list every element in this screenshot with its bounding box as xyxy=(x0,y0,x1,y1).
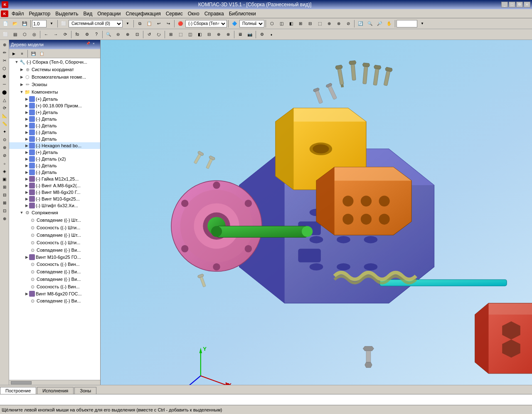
maximize-button[interactable]: □ xyxy=(509,2,515,7)
tb2-view3[interactable]: ◫ xyxy=(185,30,195,39)
tab-execution[interactable]: Исполнения xyxy=(37,387,74,394)
tb2-btn5[interactable]: ← xyxy=(42,30,51,39)
command-input[interactable] xyxy=(2,397,530,402)
copy-btn[interactable]: ⧉ xyxy=(135,19,144,28)
lv-btn21[interactable]: ⊠ xyxy=(1,199,8,206)
tree-expand-pin[interactable]: ▶ xyxy=(24,203,29,208)
tree-scroll-thumb[interactable] xyxy=(11,381,32,384)
lv-btn17[interactable]: ◈ xyxy=(1,167,8,175)
scale-btn[interactable]: ▼ xyxy=(47,19,56,28)
tb2-rotate[interactable]: ↺ xyxy=(145,30,154,39)
lv-btn10[interactable]: 📐 xyxy=(1,112,8,119)
tb2-zoom-in[interactable]: ⊕ xyxy=(123,30,132,39)
tb2-btn8[interactable]: fo xyxy=(73,30,82,39)
lv-btn18[interactable]: ▣ xyxy=(1,175,8,183)
tree-item-con-bolt[interactable]: ▶ Винт М10-6gx25 ГО... xyxy=(9,254,100,260)
tree-expand-c11[interactable]: ▶ xyxy=(24,170,29,175)
save-btn[interactable]: 💾 xyxy=(20,19,29,28)
layer-arrow[interactable]: ▼ xyxy=(123,19,132,28)
layer-dropdown[interactable]: Системный слой (0) xyxy=(69,20,123,27)
menu-spec[interactable]: Спецификация xyxy=(123,10,163,17)
tree-item-pin[interactable]: ▶ (-) Штифт 6x32.Хи... xyxy=(9,202,100,209)
tree-expand-c5[interactable]: ▶ xyxy=(24,123,29,128)
paste-btn[interactable]: 📋 xyxy=(145,19,154,28)
tree-tb-btn3[interactable]: 💾 xyxy=(30,50,37,57)
tab-zones[interactable]: Зоны xyxy=(74,387,96,394)
tb2-settings[interactable]: ⚙ xyxy=(257,30,266,39)
tree-expand-c8[interactable]: ▶ xyxy=(24,150,29,155)
tree-expand-c7[interactable]: ▶ xyxy=(24,136,29,141)
tree-item-coords[interactable]: ▶ ⊕ Системы координат xyxy=(9,66,100,73)
tree-item-aux[interactable]: ▶ ⬡ Вспомогательная геоме... xyxy=(9,73,100,81)
component-dropdown[interactable]: (-) Сборка (Тел-0, xyxy=(185,20,227,27)
tree-expand-c6[interactable]: ▶ xyxy=(24,130,29,135)
tree-item-con1[interactable]: ⊙ Совпадение ((-) Шт... xyxy=(9,216,100,224)
tb2-view5[interactable]: ⊟ xyxy=(204,30,214,39)
menu-view[interactable]: Вид xyxy=(81,10,95,17)
tb2-screen2[interactable]: 📷 xyxy=(245,30,254,39)
lv-btn20[interactable]: ⊟ xyxy=(1,191,8,198)
tree-expand-c4[interactable]: ▶ xyxy=(24,117,29,121)
tree-expand-bolt2[interactable]: ▶ xyxy=(24,190,29,195)
tb2-zoom-out[interactable]: ⊖ xyxy=(113,30,123,39)
tb2-btn3[interactable]: ⬡ xyxy=(20,30,29,39)
tb2-btn6[interactable]: → xyxy=(51,30,60,39)
tree-expand-bolt3[interactable]: ▶ xyxy=(24,196,29,201)
tree-item-bolt2[interactable]: ▶ (-) Винт М8-6gx20 Г... xyxy=(9,189,100,196)
zoom-arrow[interactable]: ▼ xyxy=(418,19,427,28)
tb2-btn9[interactable]: ⚙ xyxy=(82,30,91,39)
lv-btn6[interactable]: ─ xyxy=(1,80,8,88)
tb2-zoom-fit[interactable]: ⊡ xyxy=(133,30,142,39)
menu-edit[interactable]: Редактор xyxy=(27,10,53,17)
tree-item-con9[interactable]: ⊙ Соосность ((-) Вин... xyxy=(9,283,100,290)
tb2-view1[interactable]: ⊞ xyxy=(166,30,175,39)
zoom-in-btn[interactable]: 🔍 xyxy=(365,19,374,28)
tree-item-c1[interactable]: ▶ (+) Деталь xyxy=(9,96,100,102)
tree-item-c4[interactable]: ▶ (-) Деталь xyxy=(9,116,100,122)
tb2-btn2[interactable]: ▤ xyxy=(10,30,20,39)
tree-item-con6[interactable]: ⊙ Соосность ((-) Вин... xyxy=(9,260,100,268)
minimize-button[interactable]: _ xyxy=(501,2,508,7)
tb2-view2[interactable]: ⬚ xyxy=(176,30,185,39)
command-bar[interactable] xyxy=(0,394,532,405)
scale-input[interactable] xyxy=(32,20,47,27)
lv-btn23[interactable]: ⊕ xyxy=(1,215,8,222)
tree-expand-constraints[interactable]: ▼ xyxy=(19,210,24,215)
tree-expand-c3[interactable]: ▶ xyxy=(24,110,29,115)
tree-item-c9[interactable]: ▶ (-) Деталь (x2) xyxy=(9,156,100,162)
tree-item-con10[interactable]: ⊙ Совпадение ((-) Ви... xyxy=(9,297,100,305)
tree-close-btn[interactable]: × xyxy=(93,42,99,47)
menu-help[interactable]: Справка xyxy=(202,10,227,17)
lv-btn15[interactable]: ⊘ xyxy=(1,151,8,159)
tree-expand-bolt1[interactable]: ▶ xyxy=(24,183,29,188)
tree-tb-btn4[interactable]: 📋 xyxy=(38,50,45,57)
tb2-btn11[interactable]: 🔍 xyxy=(104,30,113,39)
lv-btn7[interactable]: ⬤ xyxy=(1,88,8,96)
lv-btn2[interactable]: ✏ xyxy=(1,49,8,56)
tree-item-con4[interactable]: ⊙ Соосность ((-) Шти... xyxy=(9,239,100,246)
tree-expand-con-bolt2[interactable]: ▶ xyxy=(24,291,29,296)
lv-btn12[interactable]: ✦ xyxy=(1,128,8,135)
lv-btn13[interactable]: ⊙ xyxy=(1,136,8,143)
menu-service[interactable]: Сервис xyxy=(163,10,185,17)
tb2-view7[interactable]: ⊗ xyxy=(224,30,233,39)
tree-tb-btn1[interactable]: ▶ xyxy=(10,50,17,57)
tree-item-c11[interactable]: ▶ (-) Деталь xyxy=(9,169,100,176)
tree-expand-hexagon[interactable]: ▶ xyxy=(24,143,29,148)
view-btn1[interactable]: ⬡ xyxy=(267,19,276,28)
tree-expand-c9[interactable]: ▶ xyxy=(24,156,29,161)
tree-item-c10[interactable]: ▶ (-) Деталь xyxy=(9,162,100,169)
refresh-btn[interactable]: 🔄 xyxy=(356,19,365,28)
redo-btn[interactable]: ↪ xyxy=(164,19,173,28)
tb2-btn7[interactable]: ⟳ xyxy=(61,30,70,39)
tree-item-hexagon[interactable]: ▶ (-) Hexagon head bo... xyxy=(9,142,100,149)
tree-expand-c2[interactable]: ▶ xyxy=(24,103,29,108)
tree-expand-coords[interactable]: ▶ xyxy=(19,67,24,72)
window-controls[interactable]: _ □ ⧉ × xyxy=(501,2,530,7)
view-btn9[interactable]: ⊘ xyxy=(344,19,353,28)
tree-item-components[interactable]: ▼ 📁 Компоненты xyxy=(9,88,100,96)
tab-build[interactable]: Построение xyxy=(0,387,36,394)
tb2-orbit[interactable]: ⭮ xyxy=(154,30,163,39)
tree-root[interactable]: ▼ 🔧 (-) Сборка (Тел-0, Сборочн... xyxy=(9,58,100,66)
tree-item-c7[interactable]: ▶ (-) Деталь xyxy=(9,136,100,142)
